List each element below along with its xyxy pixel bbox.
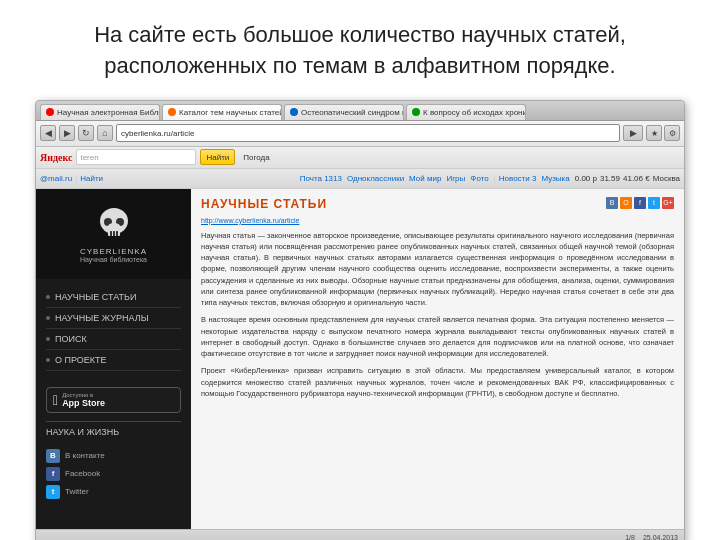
social-vk[interactable]: В В контакте [46,447,181,465]
share-gp-icon[interactable]: G+ [662,197,674,209]
mail-toolbar: @mail.ru | Найти Почта 1313 Одноклассник… [36,169,684,189]
mail-email-label: @mail.ru [40,174,72,183]
nav-item-2[interactable]: ПОИСК [46,329,181,350]
social-share-icons: В О f t G+ [606,197,674,209]
page-counter: 1/8 [625,534,635,540]
back-button[interactable]: ◀ [40,125,56,141]
content-header: НАУЧНЫЕ СТАТЬИ В О f t G+ [201,197,674,211]
yandex-search-button[interactable]: Найти [200,149,235,165]
svg-rect-5 [113,231,115,236]
vk-icon: В [46,449,60,463]
share-fb-icon[interactable]: f [634,197,646,209]
social-fb[interactable]: f Facebook [46,465,181,483]
website-logo-text: CYBERLIENKA [80,247,147,256]
mail-search-icon[interactable]: Найти [80,174,103,183]
share-ok-icon[interactable]: О [620,197,632,209]
website-content: CYBERLIENKA Научная библиотека НАУЧНЫЕ С… [36,189,684,529]
browser-toolbar: ◀ ▶ ↻ ⌂ cyberlienka.ru/article ▶ ★ ⚙ [36,121,684,147]
slide-container: На сайте есть большое количество научных… [0,0,720,540]
reload-button[interactable]: ↻ [78,125,94,141]
mail-inbox[interactable]: Почта 1313 [300,174,342,183]
website-nav: НАУЧНЫЕ СТАТЬИ НАУЧНЫЕ ЖУРНАЛЫ ПОИСК О П… [36,279,191,379]
statusbar-date: 25.04.2013 [643,534,678,540]
statusbar-right: 1/8 25.04.2013 [625,534,678,540]
svg-rect-4 [110,231,112,236]
app-store-name: App Store [62,398,105,408]
nav-item-1[interactable]: НАУЧНЫЕ ЖУРНАЛЫ [46,308,181,329]
content-paragraph-2: Проект «КиберЛенинка» призван исправить … [201,365,674,399]
share-vk-icon[interactable]: В [606,197,618,209]
website-main: НАУЧНЫЕ СТАТЬИ В О f t G+ http://www.cyb… [191,189,684,529]
mail-price3: 41.06 € [623,174,650,183]
address-bar[interactable]: cyberlienka.ru/article [116,124,620,142]
tab-2[interactable]: Остеопатический синдром в клинике... [284,104,404,120]
tab-favicon-0 [46,108,54,116]
yandex-toolbar: Яндекс teren Найти Погода [36,147,684,169]
content-url[interactable]: http://www.cyberlienka.ru/article [201,217,674,224]
go-button[interactable]: ▶ [623,125,643,141]
fb-label: Facebook [65,469,100,478]
home-button[interactable]: ⌂ [97,125,113,141]
page-title-ru: НАУЧНЫЕ СТАТЬИ [201,197,327,211]
vk-label: В контакте [65,451,105,460]
browser-tabs: Научная электронная Библиотека К... Ката… [36,101,684,121]
social-links: В В контакте f Facebook t Twitter [36,442,191,506]
website-logo-area: CYBERLIENKA Научная библиотека [36,189,191,279]
mail-games[interactable]: Игры [446,174,465,183]
apple-icon:  [53,392,58,408]
fb-icon: f [46,467,60,481]
tab-1[interactable]: Каталог тем научных статей на осн... [162,104,282,120]
mail-moy-mir[interactable]: Мой мир [409,174,441,183]
tw-icon: t [46,485,60,499]
share-tw-icon[interactable]: t [648,197,660,209]
mail-news3[interactable]: Новости 3 [499,174,537,183]
yandex-search-input[interactable]: teren [76,149,196,165]
tab-favicon-3 [412,108,420,116]
yandex-logo: Яндекс [40,152,72,163]
mail-price1: 0.00 р [575,174,597,183]
mail-odnoklassniki[interactable]: Одноклассники [347,174,404,183]
nauka-i-zhizn: НАУКА И ЖИЗНЬ [46,421,181,437]
nav-item-0[interactable]: НАУЧНЫЕ СТАТЬИ [46,287,181,308]
app-store-badge[interactable]:  Доступно в App Store [46,387,181,413]
content-body: Научная статья — законченное авторское п… [201,230,674,400]
slide-heading: На сайте есть большое количество научных… [40,20,680,82]
svg-point-7 [108,223,120,229]
mail-music[interactable]: Музыка [541,174,569,183]
nav-item-3[interactable]: О ПРОЕКТЕ [46,350,181,371]
website-sidebar: CYBERLIENKA Научная библиотека НАУЧНЫЕ С… [36,189,191,529]
tools-btn[interactable]: ⚙ [664,125,680,141]
tw-label: Twitter [65,487,89,496]
svg-rect-6 [116,231,118,236]
tab-favicon-1 [168,108,176,116]
content-paragraph-1: В настоящее время основным представление… [201,314,674,359]
yandex-weather-link[interactable]: Погода [243,153,269,162]
content-paragraph-0: Научная статья — законченное авторское п… [201,230,674,309]
tab-favicon-2 [290,108,298,116]
browser-window: Научная электронная Библиотека К... Ката… [35,100,685,540]
bookmark-btn[interactable]: ★ [646,125,662,141]
social-tw[interactable]: t Twitter [46,483,181,501]
app-store-text: Доступно в App Store [62,392,105,408]
mail-photo[interactable]: Фото [470,174,488,183]
mail-price2: 31.59 [600,174,620,183]
tab-0[interactable]: Научная электронная Библиотека К... [40,104,160,120]
forward-button[interactable]: ▶ [59,125,75,141]
skull-icon [94,204,134,244]
mail-city: Москва [653,174,680,183]
website-subtitle: Научная библиотека [80,256,147,263]
tab-3[interactable]: К вопросу об исходах хронической ... [406,104,526,120]
browser-statusbar: 1/8 25.04.2013 [36,529,684,540]
